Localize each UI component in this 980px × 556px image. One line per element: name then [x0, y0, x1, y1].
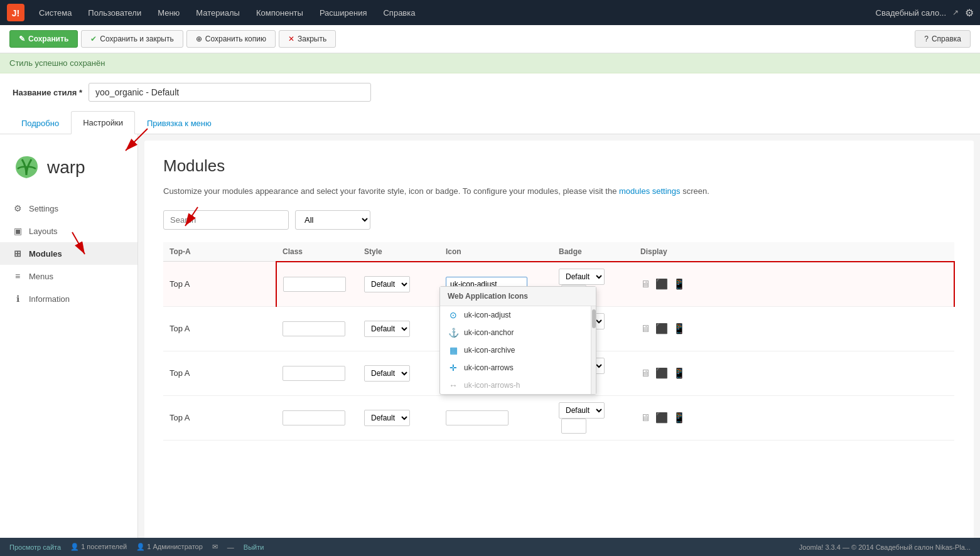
badge-input-4[interactable]	[561, 419, 586, 434]
icon-label: uk-icon-anchor	[464, 328, 514, 337]
sidebar-modules-label: Modules	[29, 249, 62, 259]
cell-display-4: 🖥 ⬛ 📱	[634, 395, 954, 440]
display-mobile-icon[interactable]: 📱	[673, 278, 686, 290]
save-copy-label: Сохранить копию	[205, 35, 266, 43]
logout-link[interactable]: Выйти	[244, 543, 264, 551]
nav-components[interactable]: Компоненты	[249, 3, 311, 23]
display-tablet-icon-4[interactable]: ⬛	[655, 412, 668, 424]
icon-label: uk-icon-arrows	[464, 363, 514, 372]
style-select-3[interactable]: Default	[364, 365, 410, 382]
save-button[interactable]: ✎ Сохранить	[9, 30, 78, 48]
icon-option-adjust[interactable]: ⊙ uk-icon-adjust	[440, 306, 596, 324]
footer-right: Joomla! 3.3.4 — © 2014 Свадебный салон N…	[799, 543, 971, 551]
display-tablet-icon-3[interactable]: ⬛	[655, 367, 668, 379]
help-button[interactable]: ? Справка	[915, 30, 971, 48]
dropdown-scrollbar[interactable]	[591, 306, 596, 394]
col-badge: Badge	[552, 242, 634, 262]
layouts-icon: ▣	[13, 226, 23, 236]
copyright: © 2014 Свадебный салон Nikas-Pla...	[851, 543, 971, 551]
close-button[interactable]: ✕ Закрыть	[279, 30, 336, 48]
display-desktop-icon-2[interactable]: 🖥	[640, 323, 650, 334]
modules-settings-link[interactable]: modules settings	[619, 186, 681, 196]
cell-class	[276, 395, 358, 440]
cell-icon: Web Application Icons ⊙ uk-icon-adjust	[439, 262, 552, 307]
copy-icon: ⊕	[196, 35, 202, 43]
nav-help[interactable]: Справка	[375, 3, 423, 23]
modules-title: Modules	[163, 156, 955, 176]
sidebar-item-menus[interactable]: ≡ Menus	[0, 265, 137, 287]
nav-menu[interactable]: Меню	[150, 3, 187, 23]
cell-style: Default	[358, 262, 439, 307]
cell-class	[276, 306, 358, 351]
tabs-bar: Подробно Настройки Привязка к меню	[0, 111, 980, 134]
table-row: Top A Default	[163, 395, 954, 440]
filter-select[interactable]: All Top-A Top-B Main	[295, 210, 370, 230]
icon-input-4[interactable]	[446, 410, 509, 425]
joomla-version: Joomla! 3.3.4	[799, 543, 841, 551]
badge-select-1[interactable]: Default	[559, 269, 605, 285]
save-copy-button[interactable]: ⊕ Сохранить копию	[186, 30, 276, 48]
information-icon: ℹ	[13, 294, 23, 304]
admin-icon: 👤	[136, 543, 145, 550]
cell-position: Top A	[163, 262, 276, 307]
tab-details[interactable]: Подробно	[9, 112, 71, 134]
display-mobile-icon-2[interactable]: 📱	[673, 323, 686, 334]
icon-option-arrows-h[interactable]: ↔ uk-icon-arrows-h	[440, 377, 596, 394]
badge-select-4[interactable]: Default	[559, 402, 605, 419]
sidebar-item-information[interactable]: ℹ Information	[0, 287, 137, 310]
class-input-4[interactable]	[283, 410, 345, 425]
display-mobile-icon-3[interactable]: 📱	[673, 367, 686, 379]
cell-style: Default	[358, 395, 439, 440]
search-filter-row: All Top-A Top-B Main	[163, 210, 955, 230]
icon-option-anchor[interactable]: ⚓ uk-icon-anchor	[440, 324, 596, 341]
nav-system[interactable]: Система	[31, 3, 79, 23]
class-input[interactable]	[283, 277, 346, 292]
external-link-icon[interactable]: ↗	[952, 8, 959, 17]
display-icons: 🖥 ⬛ 📱	[640, 278, 947, 290]
display-mobile-icon-4[interactable]: 📱	[673, 412, 686, 424]
dropdown-title: Web Application Icons	[440, 287, 596, 306]
nav-items: Система Пользователи Меню Материалы Комп…	[31, 3, 876, 23]
nav-materials[interactable]: Материалы	[188, 3, 247, 23]
email-icon: ✉	[212, 543, 218, 551]
save-close-button[interactable]: ✔ Сохранить и закрыть	[81, 30, 183, 48]
archive-icon: ▦	[448, 345, 459, 355]
display-tablet-icon-2[interactable]: ⬛	[655, 323, 668, 334]
sidebar-item-modules[interactable]: ⊞ Modules	[0, 242, 137, 265]
sidebar-item-settings[interactable]: ⚙ Settings	[0, 197, 137, 220]
bottom-bar: Просмотр сайта 👤 1 посетителей 👤 1 Админ…	[0, 538, 980, 556]
cell-style: Default	[358, 306, 439, 351]
style-name-input[interactable]	[89, 83, 371, 102]
icon-label: uk-icon-archive	[464, 346, 515, 355]
icon-option-arrows[interactable]: ✛ uk-icon-arrows	[440, 359, 596, 377]
tab-menu-binding[interactable]: Привязка к меню	[135, 112, 223, 134]
view-site-link[interactable]: Просмотр сайта	[9, 543, 61, 551]
sidebar-item-layouts[interactable]: ▣ Layouts	[0, 220, 137, 242]
admin-count: 👤 1 Администратор	[136, 543, 203, 551]
display-desktop-icon-4[interactable]: 🖥	[640, 412, 650, 424]
col-style: Style	[358, 242, 439, 262]
close-icon: ✕	[288, 35, 294, 43]
display-desktop-icon-3[interactable]: 🖥	[640, 368, 650, 379]
class-input-2[interactable]	[283, 321, 345, 336]
display-icons-4: 🖥 ⬛ 📱	[640, 412, 948, 424]
gear-icon[interactable]: ⚙	[965, 7, 974, 19]
anchor-icon: ⚓	[448, 328, 459, 338]
warp-logo-text: warp	[47, 158, 85, 178]
nav-users[interactable]: Пользователи	[80, 3, 149, 23]
class-input-3[interactable]	[283, 366, 345, 381]
sidebar-information-label: Information	[29, 294, 70, 304]
style-name-row: Название стиля *	[0, 73, 980, 111]
search-input[interactable]	[163, 210, 289, 230]
adjust-icon: ⊙	[448, 310, 459, 320]
tab-settings[interactable]: Настройки	[71, 111, 135, 134]
main-content: warp ⚙ Settings ▣ Layouts ⊞ Modules ≡ Me…	[0, 134, 980, 556]
nav-extensions[interactable]: Расширения	[312, 3, 375, 23]
icon-option-archive[interactable]: ▦ uk-icon-archive	[440, 341, 596, 359]
style-select-2[interactable]: Default	[364, 321, 410, 337]
style-select-4[interactable]: Default	[364, 410, 410, 426]
style-select[interactable]: Default	[364, 276, 410, 292]
display-tablet-icon[interactable]: ⬛	[655, 278, 668, 290]
icon-label: uk-icon-adjust	[464, 311, 511, 319]
display-desktop-icon[interactable]: 🖥	[640, 279, 650, 290]
